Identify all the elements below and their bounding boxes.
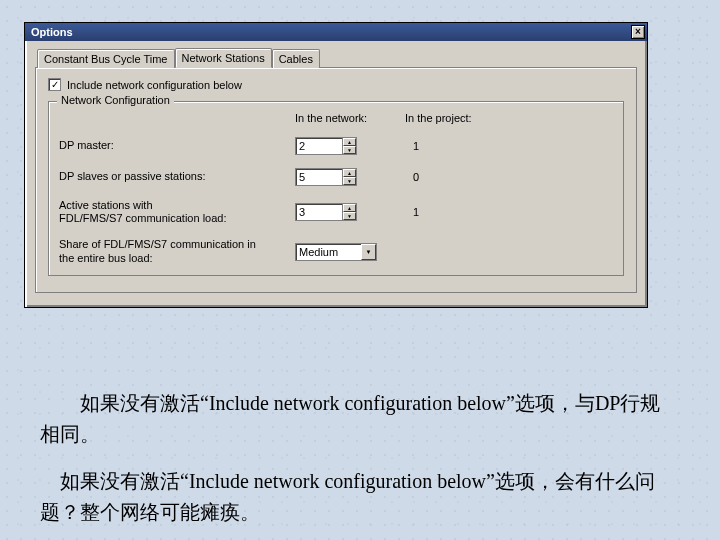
tab-label: Network Stations bbox=[182, 52, 265, 64]
chevron-down-icon: ▼ bbox=[366, 249, 372, 255]
combo-dropdown-button[interactable]: ▼ bbox=[361, 244, 376, 260]
dialog-body: Constant Bus Cycle Time Network Stations… bbox=[25, 41, 647, 307]
active-stations-spinner[interactable]: 3 ▲ ▼ bbox=[295, 203, 357, 221]
network-configuration-group: Network Configuration In the network: In… bbox=[48, 101, 624, 276]
share-fdl-combo[interactable]: Medium ▼ bbox=[295, 243, 377, 261]
tab-network-stations[interactable]: Network Stations bbox=[175, 48, 272, 68]
tab-constant-bus-cycle-time[interactable]: Constant Bus Cycle Time bbox=[37, 49, 175, 68]
close-icon: × bbox=[635, 27, 641, 37]
dp-master-spinner[interactable]: 2 ▲ ▼ bbox=[295, 137, 357, 155]
dp-master-value: 2 bbox=[296, 138, 342, 154]
spin-buttons[interactable]: ▲ ▼ bbox=[342, 169, 356, 185]
spin-down-icon[interactable]: ▼ bbox=[343, 177, 356, 185]
active-stations-project-value: 1 bbox=[405, 206, 613, 218]
dp-slaves-spinner[interactable]: 5 ▲ ▼ bbox=[295, 168, 357, 186]
tab-label: Cables bbox=[279, 53, 313, 65]
tab-panel-network-stations: ✓ Include network configuration below Ne… bbox=[35, 67, 637, 293]
spin-buttons[interactable]: ▲ ▼ bbox=[342, 204, 356, 220]
spin-up-icon[interactable]: ▲ bbox=[343, 138, 356, 146]
options-dialog: Options × Constant Bus Cycle Time Networ… bbox=[24, 22, 648, 308]
active-stations-value: 3 bbox=[296, 204, 342, 220]
spin-down-icon[interactable]: ▼ bbox=[343, 212, 356, 220]
close-button[interactable]: × bbox=[631, 25, 645, 39]
tabstrip: Constant Bus Cycle Time Network Stations… bbox=[37, 47, 637, 67]
tab-cables[interactable]: Cables bbox=[272, 49, 320, 68]
label-dp-slaves: DP slaves or passive stations: bbox=[59, 170, 295, 183]
spin-down-icon[interactable]: ▼ bbox=[343, 146, 356, 154]
window-title: Options bbox=[31, 26, 73, 38]
group-legend: Network Configuration bbox=[57, 94, 174, 106]
spin-buttons[interactable]: ▲ ▼ bbox=[342, 138, 356, 154]
label-share-fdl: Share of FDL/FMS/S7 communication in the… bbox=[59, 238, 295, 264]
config-grid: In the network: In the project: DP maste… bbox=[59, 112, 613, 265]
tab-label: Constant Bus Cycle Time bbox=[44, 53, 168, 65]
header-in-network: In the network: bbox=[295, 112, 405, 124]
share-fdl-value: Medium bbox=[296, 244, 361, 260]
caption-paragraph-2: 如果没有激活“Include network configuration bel… bbox=[40, 466, 680, 528]
include-config-row: ✓ Include network configuration below bbox=[48, 78, 624, 91]
label-active-stations: Active stations with FDL/FMS/S7 communic… bbox=[59, 199, 295, 225]
header-in-project: In the project: bbox=[405, 112, 613, 124]
include-config-checkbox[interactable]: ✓ bbox=[48, 78, 61, 91]
include-config-label: Include network configuration below bbox=[67, 79, 242, 91]
check-icon: ✓ bbox=[51, 80, 59, 90]
dp-slaves-value: 5 bbox=[296, 169, 342, 185]
label-dp-master: DP master: bbox=[59, 139, 295, 152]
spin-up-icon[interactable]: ▲ bbox=[343, 204, 356, 212]
titlebar: Options × bbox=[25, 23, 647, 41]
spin-up-icon[interactable]: ▲ bbox=[343, 169, 356, 177]
dp-slaves-project-value: 0 bbox=[405, 171, 613, 183]
caption-paragraph-1: 如果没有激活“Include network configuration bel… bbox=[40, 388, 680, 450]
dp-master-project-value: 1 bbox=[405, 140, 613, 152]
